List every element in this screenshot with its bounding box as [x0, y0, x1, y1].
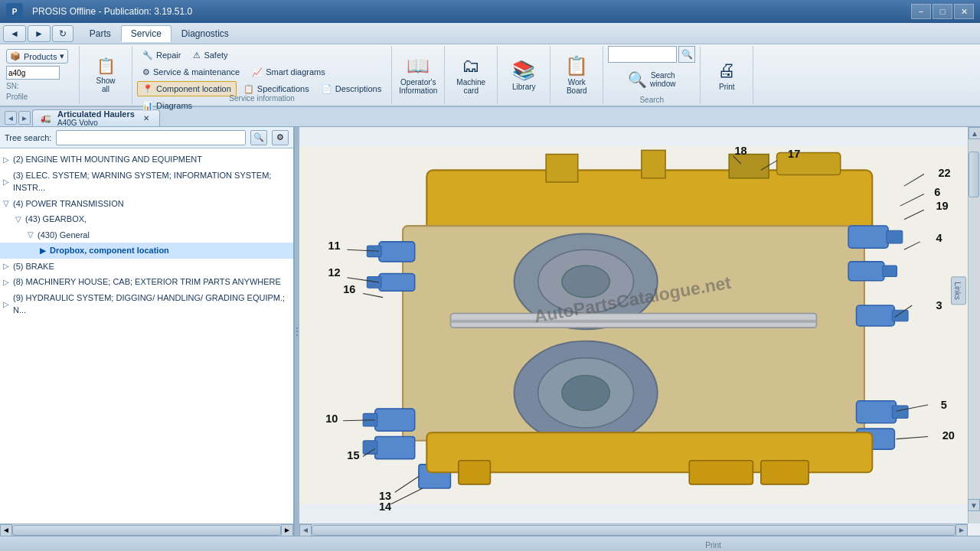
scroll-left-button[interactable]: ◄	[299, 524, 312, 536]
tree-h-scrollbar[interactable]: ◄ ►	[0, 523, 293, 536]
ribbon-operators-group: 📖 Operator'sInformation	[392, 46, 445, 104]
component-diagram: AutoPartsCatalogue.net 3 4 5 6 10 11 12 …	[299, 127, 968, 523]
repair-label: Repair	[156, 51, 181, 60]
doc-tab-close-button[interactable]: ✕	[141, 113, 152, 124]
machine-card-icon: 🗂	[462, 55, 480, 77]
tree-item-power[interactable]: ▽ (4) POWER TRANSMISSION	[0, 196, 293, 212]
links-label: Links	[953, 282, 962, 299]
tree-item-elec[interactable]: ▷ (3) ELEC. SYSTEM; WARNING SYSTEM; INFO…	[0, 168, 293, 196]
machine-card-button[interactable]: 🗂 Machinecard	[449, 48, 492, 102]
tree-search-button[interactable]: 🔍	[250, 130, 267, 145]
maximize-button[interactable]: □	[933, 4, 952, 19]
tab-nav-right[interactable]: ►	[18, 111, 31, 125]
diagrams-button[interactable]: 📊 Diagrams	[137, 98, 198, 113]
work-board-icon: 📋	[565, 55, 588, 77]
search-window-label: Searchwindow	[650, 71, 675, 88]
tree-search-input[interactable]	[56, 130, 246, 145]
label-5: 5	[941, 399, 947, 411]
tree-item-gearbox[interactable]: ▽ (43) GEARBOX,	[0, 211, 293, 227]
print-button[interactable]: 🖨 Print	[705, 48, 748, 102]
label-14: 14	[379, 500, 391, 513]
tree-scroll-right[interactable]: ►	[281, 524, 293, 536]
tree-item-hydraulic-label: (9) HYDRAULIC SYSTEM; DIGGING/ HANDLING/…	[13, 292, 290, 317]
expand-icon-dropbox: ▶	[40, 245, 47, 256]
scroll-down-button[interactable]: ▼	[968, 499, 980, 511]
tree-item-430-general[interactable]: ▽ (430) General	[0, 227, 293, 243]
products-chevron-icon: ▾	[60, 51, 64, 61]
specifications-label: Specifications	[257, 84, 309, 93]
expand-icon-power: ▽	[3, 197, 11, 209]
search-icon-button[interactable]: 🔍	[678, 46, 695, 63]
label-6: 6	[934, 186, 940, 198]
tree-options-button[interactable]: ⚙	[272, 130, 289, 145]
expand-icon-engine: ▷	[3, 154, 11, 165]
minimize-button[interactable]: −	[911, 4, 931, 19]
print-icon: 🖨	[717, 60, 736, 81]
profile-input[interactable]	[6, 66, 60, 80]
doc-tab-icon: 🚛	[41, 113, 51, 123]
links-panel[interactable]: Links	[951, 276, 966, 305]
label-15: 15	[347, 449, 359, 461]
menu-tab-service[interactable]: Service	[121, 25, 172, 42]
ribbon-show-all-group: 📋 Showall	[80, 46, 132, 104]
menu-tab-parts[interactable]: Parts	[80, 25, 121, 42]
nav-forward-button[interactable]: ►	[28, 25, 51, 42]
tree-item-elec-label: (3) ELEC. SYSTEM; WARNING SYSTEM; INFORM…	[13, 169, 290, 194]
search-input[interactable]	[608, 46, 677, 63]
specs-icon: 📋	[243, 84, 254, 94]
close-button[interactable]: ✕	[954, 4, 974, 19]
safety-button[interactable]: ⚠ Safety	[188, 47, 233, 63]
label-4: 4	[936, 232, 942, 244]
tab-nav-left[interactable]: ◄	[5, 111, 17, 125]
svg-rect-24	[848, 226, 888, 248]
tree-scroll-left[interactable]: ◄	[0, 524, 12, 536]
tree-item-brake[interactable]: ▷ (5) BRAKE	[0, 259, 293, 275]
safety-label: Safety	[204, 51, 227, 60]
svg-rect-11	[450, 320, 816, 323]
tree-search-bar: Tree search: 🔍 ⚙	[0, 127, 293, 148]
show-all-button[interactable]: 📋 Showall	[84, 48, 127, 102]
products-dropdown[interactable]: 📦 Products ▾	[6, 49, 68, 64]
v-scroll-thumb[interactable]	[969, 152, 979, 197]
ribbon: 📦 Products ▾ SN: Profile 📋 Showall 🔧 Rep…	[0, 44, 980, 107]
tree-scroll-thumb[interactable]	[12, 525, 281, 536]
label-17: 17	[788, 148, 800, 160]
svg-rect-1	[426, 170, 872, 233]
tree-search-label: Tree search:	[5, 133, 51, 142]
tree-item-engine[interactable]: ▷ (2) ENGINE WITH MOUNTING AND EQUIPMENT	[0, 152, 293, 168]
svg-rect-25	[887, 230, 903, 243]
tree-item-gearbox-label: (43) GEARBOX,	[25, 213, 87, 226]
tree-item-hydraulic[interactable]: ▷ (9) HYDRAULIC SYSTEM; DIGGING/ HANDLIN…	[0, 290, 293, 318]
repair-button[interactable]: 🔧 Repair	[137, 47, 186, 63]
scroll-right-button[interactable]: ►	[956, 524, 968, 536]
search-window-button[interactable]: 🔍 Searchwindow	[621, 65, 682, 93]
tree-item-dropbox-label: Dropbox, component location	[50, 244, 169, 257]
library-label: Library	[512, 83, 536, 91]
show-all-icon: 📋	[96, 57, 116, 75]
library-button[interactable]: 📚 Library	[502, 48, 545, 102]
h-scroll-thumb[interactable]	[312, 525, 956, 536]
svg-rect-28	[857, 305, 895, 326]
work-board-button[interactable]: 📋 WorkBoard	[555, 48, 598, 102]
smart-diagrams-button[interactable]: 📈 Smart diagrams	[247, 64, 331, 80]
label-3: 3	[936, 299, 942, 311]
svg-rect-3	[642, 150, 665, 178]
nav-refresh-button[interactable]: ↻	[52, 25, 74, 42]
products-label: Products	[24, 52, 57, 61]
descriptions-label: Descriptions	[335, 84, 382, 93]
menu-bar: ◄ ► ↻ Parts Service Diagnostics	[0, 23, 980, 44]
component-location-button[interactable]: 📍 Component location	[137, 81, 237, 96]
service-maintenance-button[interactable]: ⚙ Service & maintenance	[137, 64, 245, 80]
operators-info-button[interactable]: 📖 Operator'sInformation	[397, 48, 439, 102]
descriptions-button[interactable]: 📄 Descriptions	[316, 81, 387, 96]
smart-diagrams-label: Smart diagrams	[266, 67, 325, 77]
label-18: 18	[734, 145, 746, 157]
scroll-up-button[interactable]: ▲	[969, 127, 980, 139]
svg-rect-21	[375, 437, 415, 459]
tree-item-machinery[interactable]: ▷ (8) MACHINERY HOUSE; CAB; EXTERIOR TRI…	[0, 274, 293, 290]
nav-back-button[interactable]: ◄	[3, 25, 26, 42]
menu-tab-diagnostics[interactable]: Diagnostics	[172, 25, 239, 42]
service-maint-label: Service & maintenance	[153, 67, 240, 77]
ribbon-profile-group: 📦 Products ▾ SN: Profile	[3, 46, 80, 104]
tree-item-dropbox[interactable]: ▶ Dropbox, component location	[0, 243, 293, 259]
